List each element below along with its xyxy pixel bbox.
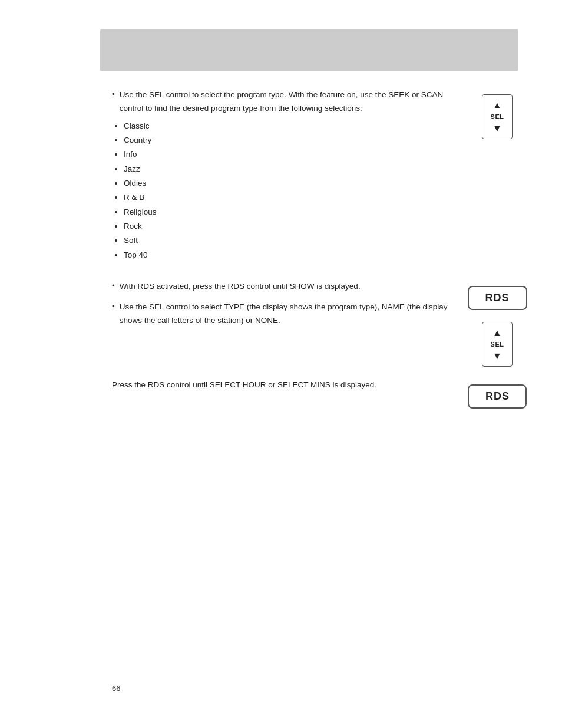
rds-bullet2-row: • Use the SEL control to select TYPE (th… <box>112 301 456 328</box>
list-item: Oldies <box>124 176 456 190</box>
list-item: Soft <box>124 233 456 248</box>
rds-bullet1-text: With RDS activated, press the RDS contro… <box>120 280 361 294</box>
section2-graphic: RDS ▲ SEL ▼ <box>468 280 527 367</box>
bullet-symbol-3: • <box>112 302 115 311</box>
section3-row: Press the RDS control until SELECT HOUR … <box>112 378 527 409</box>
sel-up-arrow-2: ▲ <box>492 326 502 340</box>
rds-bullet1-row: • With RDS activated, press the RDS cont… <box>112 280 456 294</box>
bullet-symbol: • <box>112 90 115 98</box>
section2-text: • With RDS activated, press the RDS cont… <box>112 280 468 328</box>
section1-row: • Use the SEL control to select the prog… <box>112 88 527 262</box>
page-container: • Use the SEL control to select the prog… <box>0 0 562 728</box>
section2-row: • With RDS activated, press the RDS cont… <box>112 280 527 367</box>
list-item: Country <box>124 133 456 147</box>
rds-bullet2-text: Use the SEL control to select TYPE (the … <box>120 301 456 328</box>
content-area: • Use the SEL control to select the prog… <box>112 88 527 409</box>
section1-graphic: ▲ SEL ▼ <box>468 88 527 139</box>
section3-paragraph: Press the RDS control until SELECT HOUR … <box>112 378 456 392</box>
list-item: Religious <box>124 205 456 219</box>
section1-text: • Use the SEL control to select the prog… <box>112 88 468 262</box>
sel-label-1: SEL <box>491 112 504 121</box>
section3-graphic: RDS <box>468 378 527 409</box>
sel-down-arrow-1: ▼ <box>492 121 502 135</box>
rds-button-1: RDS <box>468 286 527 310</box>
bullet-symbol-2: • <box>112 281 115 290</box>
rds-button-2: RDS <box>468 384 527 409</box>
list-item: Rock <box>124 219 456 233</box>
section3-text: Press the RDS control until SELECT HOUR … <box>112 378 468 392</box>
sel-down-arrow-2: ▼ <box>492 349 502 363</box>
page-number: 66 <box>112 684 120 693</box>
intro-paragraph: Use the SEL control to select the progra… <box>120 88 456 116</box>
sel-control-1: ▲ SEL ▼ <box>482 94 513 139</box>
list-item: Top 40 <box>124 248 456 262</box>
list-item: Classic <box>124 119 456 133</box>
list-item: Jazz <box>124 162 456 176</box>
header-bar <box>100 29 518 71</box>
intro-bullet-row: • Use the SEL control to select the prog… <box>112 88 456 119</box>
sel-control-2: ▲ SEL ▼ <box>482 322 513 367</box>
sel-up-arrow-1: ▲ <box>492 98 502 112</box>
sel-label-2: SEL <box>491 340 504 349</box>
list-item: Info <box>124 147 456 162</box>
list-item: R & B <box>124 190 456 205</box>
program-type-list: Classic Country Info Jazz Oldies R & B R… <box>112 119 456 262</box>
